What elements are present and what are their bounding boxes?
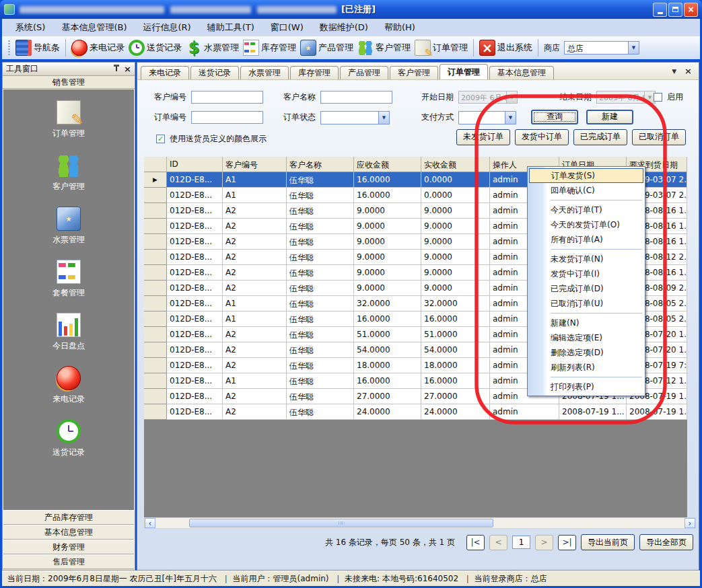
menubar-item[interactable]: 基本信息管理(B) [55,20,133,36]
row-selector[interactable] [144,342,167,358]
sidebar-item[interactable]: 订单管理 [52,100,85,139]
sidebar-section-button[interactable]: 产品库存管理 [3,510,134,525]
sidebar-item[interactable]: 送货记录 [52,419,85,458]
close-button[interactable]: × [684,3,698,17]
maximize-button[interactable] [668,3,682,17]
row-selector[interactable] [144,358,167,373]
color-display-checkbox[interactable]: ✓ [156,135,165,143]
sidebar-section-sales[interactable]: 销售管理 [3,76,135,89]
tab[interactable]: 基本信息管理 [489,66,554,79]
table-row[interactable]: 012D-E8... A2 伍华聪 24.0000 24.0000 admin … [144,404,687,420]
header-id[interactable]: ID [167,157,223,172]
toolbar-button[interactable]: 库存管理 [241,38,298,57]
sidebar-item[interactable]: 今日盘点 [52,313,85,352]
sidebar-section-button[interactable]: 财务管理 [3,540,134,554]
toolbar-button[interactable]: 订单管理 [413,38,470,57]
header-customer-name[interactable]: 客户名称 [287,157,354,172]
toolbar-nav-button[interactable]: 导航条 [13,38,62,57]
row-selector[interactable] [144,234,167,250]
context-menu-item[interactable]: 回单确认(C) [529,183,643,198]
context-menu-item[interactable]: 编辑选定项(E) [529,330,643,345]
context-menu-item[interactable]: 删除选定项(D) [529,345,643,360]
order-status-filter-button[interactable]: 发货中订单 [515,129,569,145]
context-menu-item[interactable]: 今天的发货订单(O) [529,217,643,232]
menubar-item[interactable]: 系统(S) [9,20,52,36]
tab[interactable]: 送货记录 [190,66,239,79]
context-menu-item[interactable]: 订单发货(S) [529,168,643,183]
tab[interactable]: 订单管理 [440,64,488,79]
row-selector[interactable] [144,265,167,281]
row-selector[interactable] [144,281,167,296]
context-menu-item[interactable]: 发货中订单(I) [529,266,643,281]
start-date-picker[interactable]: 2009年 6月 8日 ▼ [458,91,518,104]
tab-close-icon[interactable]: × [685,67,692,75]
toolbar-button[interactable]: 送货记录 [127,38,184,57]
context-menu-item[interactable]: 所有的订单(A) [529,232,643,247]
row-selector[interactable] [144,203,167,219]
order-status-filter-button[interactable]: 未发货订单 [456,129,510,145]
scrollbar-thumb[interactable] [189,519,493,527]
row-selector[interactable] [144,250,167,265]
pin-icon[interactable] [113,65,120,73]
context-menu-item[interactable]: 已完成订单(D) [529,281,643,296]
menubar-item[interactable]: 运行信息(R) [136,20,197,36]
exit-system-button[interactable]: 退出系统 [477,38,534,57]
order-no-input[interactable] [191,111,263,124]
last-page-button[interactable]: >| [558,535,576,550]
customer-no-input[interactable] [191,91,263,104]
tab[interactable]: 库存管理 [290,66,339,79]
row-selector[interactable]: ▶ [144,172,167,188]
end-date-picker[interactable]: 2009年 6月 8日 ▼ [596,91,656,104]
shop-select[interactable]: 总店 ▼ [564,41,639,54]
toolbar-button[interactable]: 客户管理 [355,38,413,57]
new-button[interactable]: 新建 [586,110,633,124]
sidebar-item[interactable]: 客户管理 [52,153,85,192]
chevron-down-icon[interactable]: ▼ [378,112,389,124]
menubar-item[interactable]: 帮助(H) [378,20,422,36]
toolbar-button[interactable]: 水票管理 [184,38,241,57]
row-selector[interactable] [144,404,167,420]
header-customer-no[interactable]: 客户编号 [223,157,287,172]
context-menu-item[interactable]: 未发货订单(N) [529,252,643,266]
order-status-filter-button[interactable]: 已取消订单 [632,129,686,145]
order-status-filter-button[interactable]: 已完成订单 [573,129,627,145]
next-page-button[interactable]: > [535,535,553,550]
tab[interactable]: 来电记录 [141,66,189,79]
page-number-input[interactable] [512,536,530,549]
tab[interactable]: 水票管理 [240,66,289,79]
context-menu-item[interactable]: 打印列表(P) [529,379,643,394]
scroll-right-icon[interactable]: › [685,518,695,528]
context-menu-item[interactable]: 刷新列表(R) [529,360,643,375]
prev-page-button[interactable]: < [489,535,507,550]
sidebar-section-button[interactable]: 售后管理 [3,554,134,569]
toolbar-button[interactable]: 产品管理 [298,38,355,57]
scroll-left-icon[interactable]: ‹ [145,518,155,528]
header-receivable[interactable]: 应收金额 [354,157,421,172]
context-menu-item[interactable]: 已取消订单(U) [529,296,643,311]
menubar-item[interactable]: 数据维护(D) [313,20,375,36]
tab[interactable]: 客户管理 [390,66,438,79]
menubar-item[interactable]: 辅助工具(T) [201,20,261,36]
horizontal-scrollbar[interactable]: ‹ › [144,517,696,529]
toolbar-button[interactable]: 来电记录 [69,38,127,57]
sidebar-item[interactable]: 套餐管理 [52,260,85,299]
export-all-pages-button[interactable]: 导出全部页 [639,534,693,550]
customer-name-input[interactable] [320,91,392,104]
tab-dropdown-icon[interactable]: ▼ [672,68,676,75]
header-received[interactable]: 实收金额 [421,157,490,172]
sidebar-close-icon[interactable]: × [124,65,131,73]
row-selector[interactable] [144,389,167,404]
order-status-select[interactable]: ▼ [320,111,390,124]
tab[interactable]: 产品管理 [340,66,388,79]
menubar-item[interactable]: 窗口(W) [264,20,310,36]
export-current-page-button[interactable]: 导出当前页 [581,534,635,550]
context-menu-item[interactable]: 今天的订单(T) [529,203,643,217]
row-selector[interactable] [144,373,167,389]
sidebar-item[interactable]: 来电记录 [52,366,85,405]
row-selector[interactable] [144,311,167,327]
context-menu-item[interactable]: 新建(N) [529,316,643,330]
query-button[interactable]: 查询 [531,110,578,124]
row-selector[interactable] [144,327,167,342]
minimize-button[interactable] [653,3,667,17]
row-selector[interactable] [144,188,167,203]
